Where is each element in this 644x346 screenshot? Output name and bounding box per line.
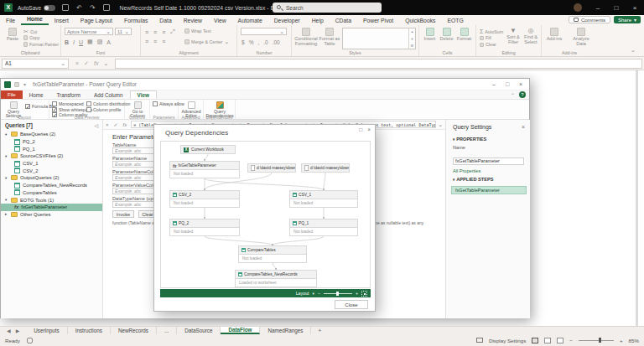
zoom-out-icon[interactable]: −	[318, 291, 320, 296]
find-select-button[interactable]: ◎Find & Select	[522, 28, 539, 45]
user-avatar[interactable]	[574, 3, 582, 12]
field-input-parametervaluecolumn[interactable]	[112, 188, 159, 194]
align-bottom-icon[interactable]: ≡	[162, 29, 165, 35]
align-middle-icon[interactable]: ≡	[153, 29, 157, 35]
worksheet-vertical-scrollbar[interactable]	[636, 70, 638, 326]
sheet-tab-instructions[interactable]: Instructions	[68, 327, 111, 334]
ribbon-tab-quickbooks[interactable]: QuickBooks	[399, 16, 441, 25]
pq-close-button[interactable]: ×	[514, 79, 527, 90]
layout-chevron-icon[interactable]: ▾	[313, 292, 314, 296]
dependency-graph-canvas[interactable]: Current WorkbookfxfxGetTableParameterNot…	[160, 141, 371, 288]
bold-button[interactable]: B	[65, 39, 69, 45]
addins-button[interactable]: Add-ins	[543, 28, 565, 42]
fill-color-button[interactable]: ▨	[97, 39, 103, 45]
pq-confirm-icon[interactable]: ✓	[114, 121, 118, 127]
applied-steps-section-header[interactable]: ▾APPLIED STEPS	[446, 173, 530, 183]
pq-help-icon[interactable]: ?	[519, 91, 526, 98]
graph-node-fxgettableparameter[interactable]: fxfxGetTableParameterNot loaded	[169, 161, 240, 178]
expand-icon[interactable]: ▾	[5, 154, 9, 158]
display-settings-button[interactable]: Display Settings	[489, 338, 526, 343]
fill-button[interactable]: Fill	[480, 35, 491, 40]
save-icon[interactable]	[62, 4, 69, 11]
formula-bar-expand-icon[interactable]: ⌄	[103, 60, 108, 67]
pq-cancel-icon[interactable]: ×	[106, 122, 109, 127]
cancel-entry-icon[interactable]: ×	[75, 60, 79, 66]
ribbon-tab-view[interactable]: View	[208, 16, 232, 25]
formula-input[interactable]	[115, 59, 642, 69]
query-tree-item-csv-1[interactable]: CSV_1	[1, 160, 102, 168]
graph-node-d-david-massey-downlo[interactable]: d:\david massey\downlo...	[301, 163, 350, 173]
query-tree-item-pq-2[interactable]: PQ_2	[1, 138, 102, 146]
graph-node-current-workbook[interactable]: Current Workbook	[180, 145, 236, 154]
collapse-pane-icon[interactable]: ◁	[94, 122, 98, 128]
confirm-entry-icon[interactable]: ✓	[84, 60, 89, 67]
applied-step-item[interactable]: fxGetTableParameter	[451, 186, 527, 194]
field-input-parameternamecolumn[interactable]	[112, 174, 159, 181]
ribbon-tab-insert[interactable]: Insert	[49, 16, 75, 25]
graph-node-pq-2[interactable]: PQ_2Not loaded	[169, 219, 240, 236]
zoom-slider-knob[interactable]	[336, 292, 339, 296]
ribbon-tab-file[interactable]: File	[0, 16, 21, 25]
pq-minimize-button[interactable]: –	[487, 79, 501, 90]
column-distribution-checkbox[interactable]: Column distribution	[86, 101, 130, 106]
align-right-icon[interactable]: ≡	[162, 39, 165, 44]
format-painter-button[interactable]: Format Painter	[23, 42, 59, 47]
decrease-decimal-icon[interactable]: .00	[273, 39, 280, 45]
ribbon-collapse-icon[interactable]: ⌄	[631, 47, 636, 54]
align-left-icon[interactable]: ≡	[145, 39, 148, 44]
format-as-table-button[interactable]: Format as Table	[319, 28, 340, 47]
layout-dropdown[interactable]: Layout	[296, 291, 309, 296]
dialog-close-button[interactable]: Close	[335, 300, 368, 309]
accounting-format-icon[interactable]: $	[242, 39, 245, 45]
sort-filter-button[interactable]: ▼Sort & Filter	[505, 28, 522, 45]
maximize-button[interactable]: □	[607, 0, 626, 15]
graph-node-comparetables-newrecords[interactable]: CompareTables_NewRecordsLoaded to worksh…	[235, 270, 317, 287]
pq-tab-file[interactable]: File	[1, 90, 23, 99]
pq-tab-home[interactable]: Home	[23, 90, 50, 99]
cell-styles-gallery[interactable]: ▲▼☰	[342, 28, 416, 49]
increase-decimal-icon[interactable]: .0	[263, 39, 267, 45]
pq-tab-view[interactable]: View	[130, 90, 157, 99]
expand-icon[interactable]: ▾	[5, 176, 9, 180]
pq-qat-icon[interactable]	[14, 82, 19, 87]
pq-formula-expand-icon[interactable]: ⌄	[438, 121, 443, 128]
name-box[interactable]: A1⌄	[2, 59, 69, 69]
column-profile-checkbox[interactable]: Column profile	[86, 107, 121, 112]
dialog-close-icon[interactable]: ×	[367, 127, 371, 132]
ribbon-tab-data[interactable]: Data	[153, 16, 177, 25]
borders-button[interactable]: ▦	[87, 39, 93, 45]
query-tree-item-outputqueries-2[interactable]: ▾OutputQueries (2)	[1, 174, 102, 182]
expand-icon[interactable]: ▸	[5, 212, 9, 216]
align-top-icon[interactable]: ≡	[145, 29, 148, 35]
ribbon-tab-home[interactable]: Home	[21, 14, 49, 25]
close-button[interactable]: ×	[626, 0, 644, 15]
autosave-toggle-icon[interactable]	[44, 5, 55, 11]
query-tree-item-comparetables[interactable]: CompareTables	[1, 189, 102, 197]
ribbon-tab-help[interactable]: Help	[306, 16, 330, 25]
pq-tab-add-column[interactable]: Add Column	[87, 90, 130, 99]
minimize-button[interactable]: –	[589, 0, 607, 15]
sheet-tab-namedranges[interactable]: NamedRanges	[260, 327, 311, 334]
merge-center-button[interactable]: Merge & Center⌄	[184, 39, 229, 45]
field-input-tablename[interactable]	[112, 147, 159, 154]
font-color-button[interactable]: A	[106, 39, 111, 45]
conditional-formatting-button[interactable]: Conditional Formatting	[294, 28, 318, 47]
query-tree-item-csv-2[interactable]: CSV_2	[1, 167, 102, 174]
ribbon-tab-eotg[interactable]: EOTG	[441, 16, 469, 25]
sheet-tab-datasource[interactable]: DataSource	[177, 327, 221, 334]
expand-icon[interactable]: ▾	[5, 198, 9, 202]
graph-node-comparetables[interactable]: CompareTablesNot loaded	[238, 245, 307, 263]
query-tree-item-eotg-tools-1[interactable]: ▾EOTG Tools (1)	[1, 196, 102, 204]
copy-button[interactable]: Copy	[23, 35, 39, 40]
query-tree-item-pq-1[interactable]: PQ_1	[1, 145, 102, 152]
graph-node-d-david-massey-downlo[interactable]: d:\david massey\downlo...	[247, 163, 296, 173]
insert-function-icon[interactable]: fx	[94, 60, 98, 66]
field-input-parametername[interactable]	[112, 161, 159, 168]
ribbon-tab-formulas[interactable]: Formulas	[118, 16, 153, 25]
orientation-icon[interactable]: ⤢	[170, 28, 175, 35]
query-settings-close-icon[interactable]: ×	[522, 124, 525, 130]
query-tree-item-other-queries[interactable]: ▸Other Queries	[1, 211, 102, 219]
graph-node-csv-1[interactable]: CSV_1Not loaded	[289, 190, 358, 208]
new-sheet-button[interactable]: +	[311, 327, 328, 334]
insert-cells-button[interactable]: Insert	[422, 28, 438, 42]
